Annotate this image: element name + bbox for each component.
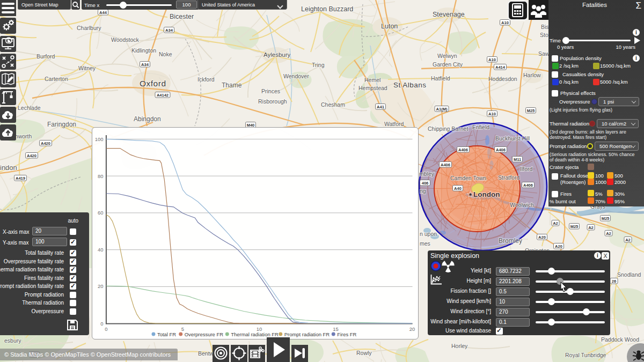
svg-text:A406: A406: [496, 147, 506, 152]
svg-text:20: 20: [409, 326, 415, 332]
svg-text:Carterton: Carterton: [45, 76, 68, 82]
svg-text:0: 0: [100, 321, 103, 327]
svg-text:M25: M25: [570, 224, 579, 229]
svg-text:26: 26: [612, 279, 616, 284]
svg-text:indon: indon: [0, 164, 17, 172]
svg-text:Chesham: Chesham: [321, 101, 345, 108]
svg-text:A40: A40: [454, 186, 462, 191]
svg-text:Enfield: Enfield: [472, 124, 489, 130]
svg-text:Harlow: Harlow: [523, 72, 541, 78]
svg-text:A10: A10: [501, 20, 509, 25]
svg-text:Total FR: Total FR: [157, 331, 176, 337]
svg-text:Bicester: Bicester: [170, 13, 194, 20]
svg-text:Sto: Sto: [540, 32, 548, 38]
svg-text:Ickford: Ickford: [197, 76, 215, 83]
svg-text:Woodstock: Woodstock: [111, 36, 139, 43]
svg-text:Royal Tunbridge: Royal Tunbridge: [565, 352, 606, 358]
svg-text:A1(M): A1(M): [436, 107, 448, 112]
svg-text:Woolwich: Woolwich: [510, 202, 534, 208]
svg-text:London: London: [473, 190, 500, 198]
svg-text:mes: mes: [420, 240, 430, 247]
svg-text:A406: A406: [458, 147, 468, 152]
svg-text:Stratford: Stratford: [498, 174, 519, 181]
svg-text:Witney: Witney: [78, 65, 96, 71]
svg-text:A2: A2: [606, 231, 611, 236]
svg-text:Faringdon: Faringdon: [47, 121, 76, 128]
svg-text:Paddock Wood: Paddock Wood: [601, 336, 639, 343]
svg-text:n upon: n upon: [420, 231, 437, 237]
svg-text:0: 0: [105, 326, 107, 332]
svg-text:80: 80: [98, 173, 104, 179]
svg-text:A10: A10: [488, 112, 496, 116]
svg-text:Charlbury: Charlbury: [77, 25, 101, 31]
svg-text:Kidlington: Kidlington: [131, 47, 156, 54]
svg-text:Watford: Watford: [384, 121, 404, 127]
svg-text:A34: A34: [141, 62, 149, 67]
svg-text:Fires FR: Fires FR: [337, 331, 356, 337]
svg-text:40: 40: [98, 247, 104, 253]
svg-text:20: 20: [98, 283, 104, 289]
svg-text:406: 406: [422, 181, 429, 186]
svg-text:A34: A34: [165, 28, 173, 33]
svg-text:Hatfield: Hatfield: [431, 75, 450, 82]
svg-text:Tring: Tring: [312, 62, 325, 68]
svg-text:A420: A420: [27, 153, 36, 158]
svg-text:Overpressure FR: Overpressure FR: [185, 331, 224, 337]
svg-text:Ilford: Ilford: [520, 166, 533, 172]
svg-text:Thame: Thame: [222, 82, 242, 89]
svg-text:Camden Town: Camden Town: [450, 175, 486, 181]
svg-text:A10: A10: [488, 57, 496, 62]
svg-text:Garden City: Garden City: [433, 61, 463, 68]
svg-text:★: ★: [468, 191, 473, 197]
svg-text:Welwyn: Welwyn: [437, 53, 457, 59]
svg-text:Bromley: Bromley: [499, 237, 522, 245]
svg-text:Buckhurst Hill: Buckhurst Hill: [495, 135, 530, 142]
svg-text:Wendover: Wendover: [283, 73, 309, 79]
svg-text:Horley: Horley: [451, 343, 468, 349]
svg-text:A406: A406: [523, 183, 533, 188]
svg-text:Princes: Princes: [261, 88, 280, 94]
svg-text:A420: A420: [41, 141, 50, 146]
svg-text:Lechlade: Lechlade: [18, 105, 41, 111]
svg-text:mbley: mbley: [419, 171, 435, 177]
svg-text:Noke: Noke: [159, 51, 172, 57]
svg-text:A406: A406: [441, 162, 450, 167]
svg-text:A4142: A4142: [157, 93, 169, 98]
svg-text:60: 60: [98, 210, 104, 216]
svg-text:Rowly: Rowly: [356, 350, 372, 356]
svg-text:Chipping Barnet: Chipping Barnet: [428, 125, 468, 132]
svg-text:A414: A414: [495, 65, 506, 70]
svg-text:M11: M11: [514, 157, 521, 162]
svg-text:Luton: Luton: [381, 23, 398, 30]
svg-text:A2: A2: [553, 221, 558, 226]
svg-text:Abingdon: Abingdon: [134, 115, 161, 123]
svg-text:Risborough: Risborough: [258, 98, 287, 105]
svg-text:Hemel: Hemel: [364, 77, 380, 83]
svg-text:Oxford: Oxford: [140, 79, 166, 88]
svg-text:A41: A41: [377, 105, 384, 109]
svg-text:100: 100: [95, 136, 104, 142]
svg-text:A20: A20: [538, 235, 546, 240]
svg-text:A2: A2: [625, 238, 631, 242]
svg-text:ng: ng: [420, 188, 426, 194]
svg-text:Bentw: Bentw: [198, 350, 214, 357]
svg-text:A419: A419: [16, 176, 25, 181]
svg-text:Hoddesdon: Hoddesdon: [488, 76, 517, 82]
svg-text:St Albans: St Albans: [393, 81, 427, 89]
svg-text:Prompt radiation FR: Prompt radiation FR: [284, 331, 330, 337]
svg-text:Snodland: Snodland: [617, 271, 641, 278]
svg-text:M25: M25: [602, 216, 610, 221]
svg-text:esbury: esbury: [4, 337, 21, 344]
svg-text:A2: A2: [588, 225, 594, 230]
svg-text:Hempstead: Hempstead: [358, 85, 387, 91]
svg-text:Thermal radiation FR: Thermal radiation FR: [231, 331, 279, 337]
svg-text:A44: A44: [99, 10, 107, 15]
svg-text:M25: M25: [527, 108, 535, 113]
svg-text:Stevenage: Stevenage: [433, 11, 465, 18]
svg-text:Bis: Bis: [541, 24, 549, 30]
svg-text:A20: A20: [555, 244, 562, 249]
svg-text:Leighton Buzzard: Leighton Buzzard: [301, 5, 353, 13]
svg-text:5: 5: [181, 326, 184, 332]
svg-text:Burford: Burford: [36, 53, 55, 60]
svg-text:Aylesbury: Aylesbury: [264, 51, 291, 58]
